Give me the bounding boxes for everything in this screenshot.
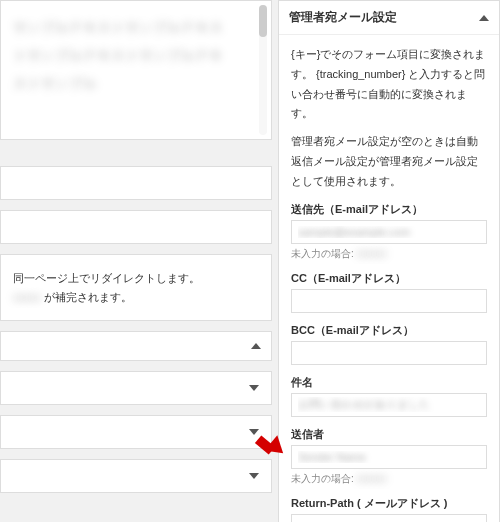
chevron-down-icon xyxy=(249,429,259,435)
bcc-label: BCC（E-mailアドレス） xyxy=(291,323,487,338)
left-top-blurred-text: サンプルテキストサンプルテキストサンプルテキストサンプルテキストサンプル xyxy=(13,13,233,97)
left-expand-row-1[interactable] xyxy=(0,371,272,405)
right-column: 管理者宛メール設定 {キー}でそのフォーム項目に変換されます。 {trackin… xyxy=(278,0,500,522)
return-path-label: Return-Path ( メールアドレス ) xyxy=(291,496,487,511)
cc-label: CC（E-mailアドレス） xyxy=(291,271,487,286)
redirect-line-2: xxxxx が補完されます。 xyxy=(13,288,259,307)
redirect-line-2-blurred: xxxxx xyxy=(13,291,41,303)
redirect-line-2-tail: が補完されます。 xyxy=(41,291,132,303)
panel-description-1: {キー}でそのフォーム項目に変換されます。 {tracking_number} … xyxy=(291,45,487,124)
sender-hint-prefix: 未入力の場合: xyxy=(291,473,357,484)
left-input-row-2[interactable] xyxy=(0,210,272,244)
left-column: サンプルテキストサンプルテキストサンプルテキストサンプルテキストサンプル 同一ペ… xyxy=(0,0,278,522)
left-expand-row-2[interactable] xyxy=(0,415,272,449)
panel-title: 管理者宛メール設定 xyxy=(289,9,397,26)
chevron-down-icon xyxy=(249,385,259,391)
cc-input[interactable] xyxy=(291,289,487,313)
subject-input[interactable] xyxy=(291,393,487,417)
to-input[interactable] xyxy=(291,220,487,244)
to-hint: 未入力の場合: xxxxxx xyxy=(291,247,487,261)
chevron-down-icon xyxy=(249,473,259,479)
sender-hint-value: xxxxxx xyxy=(357,473,387,484)
left-expand-row-3[interactable] xyxy=(0,459,272,493)
subject-label: 件名 xyxy=(291,375,487,390)
textarea-scrollbar-thumb[interactable] xyxy=(259,5,267,37)
admin-mail-settings-body: {キー}でそのフォーム項目に変換されます。 {tracking_number} … xyxy=(279,35,499,522)
to-hint-value: xxxxxx xyxy=(357,248,387,259)
panel-description-2: 管理者宛メール設定が空のときは自動返信メール設定が管理者宛メール設定として使用さ… xyxy=(291,132,487,191)
admin-mail-settings-header[interactable]: 管理者宛メール設定 xyxy=(279,1,499,35)
sender-input[interactable] xyxy=(291,445,487,469)
left-top-textarea-panel: サンプルテキストサンプルテキストサンプルテキストサンプルテキストサンプル xyxy=(0,0,272,140)
admin-mail-settings-panel: 管理者宛メール設定 {キー}でそのフォーム項目に変換されます。 {trackin… xyxy=(278,0,500,522)
sender-label: 送信者 xyxy=(291,427,487,442)
chevron-up-icon xyxy=(479,15,489,21)
left-collapse-header[interactable] xyxy=(0,331,272,361)
chevron-up-icon xyxy=(251,343,261,349)
textarea-scrollbar[interactable] xyxy=(259,5,267,135)
redirect-info-panel: 同一ページ上でリダイレクトします。 xxxxx が補完されます。 xyxy=(0,254,272,321)
bcc-input[interactable] xyxy=(291,341,487,365)
redirect-line-1: 同一ページ上でリダイレクトします。 xyxy=(13,269,259,288)
left-input-row-1[interactable] xyxy=(0,166,272,200)
sender-hint: 未入力の場合: xxxxxx xyxy=(291,472,487,486)
to-label: 送信先（E-mailアドレス） xyxy=(291,202,487,217)
return-path-input[interactable] xyxy=(291,514,487,522)
to-hint-prefix: 未入力の場合: xyxy=(291,248,357,259)
